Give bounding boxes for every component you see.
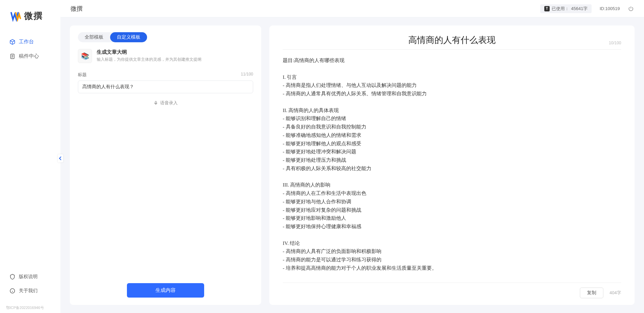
nav-copyright[interactable]: 版权说明: [3, 270, 57, 283]
shield-icon: [9, 274, 15, 280]
topbar: 微撰 T 已使用： 45641字 ID:100519: [60, 0, 644, 17]
main-area: 微撰 T 已使用： 45641字 ID:100519 全部模板 自定义模板 📚 …: [60, 0, 644, 313]
nav-about[interactable]: 关于我们: [3, 284, 57, 297]
output-title: 高情商的人有什么表现: [283, 34, 621, 46]
usage-label: 已使用：: [552, 6, 569, 12]
svg-rect-7: [155, 101, 156, 104]
output-body[interactable]: 题目:高情商的人有哪些表现 I. 引言 - 高情商是指人们处理情绪、与他人互动以…: [283, 56, 621, 282]
cube-icon: [9, 39, 15, 45]
template-icon: 📚: [78, 49, 92, 63]
template-tabs: 全部模板 自定义模板: [78, 32, 147, 42]
topbar-right: T 已使用： 45641字 ID:100519: [540, 4, 634, 13]
field-header: 标题 11/100: [78, 72, 253, 78]
icp-text: 鄂ICP备2022016946号: [0, 305, 60, 313]
output-counter: 10/100: [609, 41, 621, 45]
voice-label: 语音录入: [160, 100, 178, 106]
template-desc: 输入标题，为你提供文章主体的灵感，并为其创建推文提纲: [97, 57, 201, 62]
content-area: 全部模板 自定义模板 📚 生成文章大纲 输入标题，为你提供文章主体的灵感，并为其…: [60, 17, 644, 313]
sidebar: 微撰 工作台 稿件中心 版权说明 关于我们 鄂ICP备2022016946号: [0, 0, 60, 313]
tab-all-templates[interactable]: 全部模板: [78, 32, 110, 42]
logo-text: 微撰: [24, 10, 43, 22]
sidebar-collapse-handle[interactable]: [58, 154, 63, 162]
output-header: 高情商的人有什么表现 10/100: [283, 34, 621, 46]
nav-label: 工作台: [19, 39, 34, 45]
generate-button[interactable]: 生成内容: [127, 283, 204, 298]
info-icon: [9, 288, 15, 294]
nav-label: 版权说明: [19, 274, 38, 280]
nav-workspace[interactable]: 工作台: [3, 35, 57, 48]
nav-label: 稿件中心: [19, 53, 39, 59]
nav-label: 关于我们: [19, 288, 38, 294]
logo-icon: [10, 10, 21, 22]
mic-icon: [153, 101, 158, 105]
template-name: 生成文章大纲: [97, 49, 201, 55]
nav-menu: 工作台 稿件中心: [0, 35, 60, 267]
nav-drafts[interactable]: 稿件中心: [3, 50, 57, 63]
field-label: 标题: [78, 72, 87, 78]
template-card: 📚 生成文章大纲 输入标题，为你提供文章主体的灵感，并为其创建推文提纲: [78, 49, 253, 63]
usage-badge[interactable]: T 已使用： 45641字: [540, 4, 592, 13]
field-char-count: 11/100: [241, 72, 253, 78]
output-divider: [283, 49, 621, 50]
sidebar-bottom: 版权说明 关于我们: [0, 267, 60, 302]
input-panel: 全部模板 自定义模板 📚 生成文章大纲 输入标题，为你提供文章主体的灵感，并为其…: [70, 25, 261, 305]
usage-value: 45641字: [571, 6, 588, 12]
tab-custom-templates[interactable]: 自定义模板: [110, 32, 147, 42]
text-icon: T: [544, 6, 550, 11]
output-panel: 高情商的人有什么表现 10/100 题目:高情商的人有哪些表现 I. 引言 - …: [269, 25, 635, 305]
output-footer: 复制 404字: [283, 282, 621, 298]
title-input[interactable]: [78, 81, 253, 93]
document-icon: [9, 53, 15, 59]
power-icon[interactable]: [628, 6, 634, 12]
logo-area: 微撰: [0, 0, 60, 35]
template-info: 生成文章大纲 输入标题，为你提供文章主体的灵感，并为其创建推文提纲: [97, 49, 201, 62]
chevron-left-icon: [59, 156, 62, 160]
voice-input-button[interactable]: 语音录入: [78, 98, 253, 108]
word-count: 404字: [609, 290, 621, 296]
page-title: 微撰: [71, 5, 83, 13]
user-id: ID:100519: [600, 6, 620, 11]
copy-button[interactable]: 复制: [580, 288, 603, 298]
